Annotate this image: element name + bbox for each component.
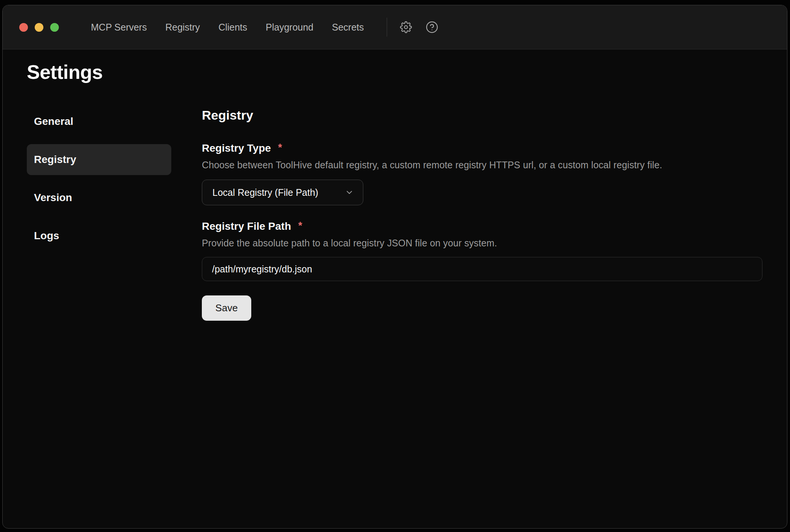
nav-item-clients[interactable]: Clients [218,22,247,33]
maximize-window-button[interactable] [50,23,59,32]
registry-type-selected-option: Local Registry (File Path) [212,187,318,198]
sidebar-item-registry[interactable]: Registry [27,144,171,175]
registry-file-path-label: Registry File Path * [202,220,787,232]
registry-file-path-label-text: Registry File Path [202,220,291,232]
traffic-lights [19,23,59,32]
registry-type-label-text: Registry Type [202,142,271,154]
sidebar-item-logs[interactable]: Logs [27,220,171,251]
app-window: MCP Servers Registry Clients Playground … [2,5,787,529]
registry-type-label: Registry Type * [202,142,787,154]
chevron-down-icon [345,188,354,197]
top-nav: MCP Servers Registry Clients Playground … [91,22,364,33]
page-title: Settings [27,61,787,83]
sidebar-item-general[interactable]: General [27,106,171,137]
sidebar-item-version[interactable]: Version [27,182,171,213]
registry-type-select[interactable]: Local Registry (File Path) [202,180,363,205]
settings-sidebar: General Registry Version Logs [27,106,171,321]
registry-file-path-description: Provide the absolute path to a local reg… [202,238,787,249]
registry-type-description: Choose between ToolHive default registry… [202,160,787,171]
nav-item-playground[interactable]: Playground [266,22,313,33]
registry-settings-panel: Registry Registry Type * Choose between … [202,106,787,321]
nav-item-secrets[interactable]: Secrets [332,22,364,33]
nav-item-registry[interactable]: Registry [165,22,200,33]
nav-item-mcp-servers[interactable]: MCP Servers [91,22,147,33]
section-title: Registry [202,108,787,123]
required-marker: * [278,142,282,154]
help-icon[interactable] [426,21,438,34]
titlebar: MCP Servers Registry Clients Playground … [3,5,787,49]
required-marker: * [298,220,303,232]
close-window-button[interactable] [19,23,28,32]
gear-icon[interactable] [400,21,412,33]
registry-file-path-input[interactable] [202,257,762,281]
save-button[interactable]: Save [202,295,251,321]
titlebar-divider [387,18,387,37]
titlebar-icons [400,21,438,34]
minimize-window-button[interactable] [35,23,43,32]
settings-page: Settings General Registry Version Logs R… [3,61,787,321]
